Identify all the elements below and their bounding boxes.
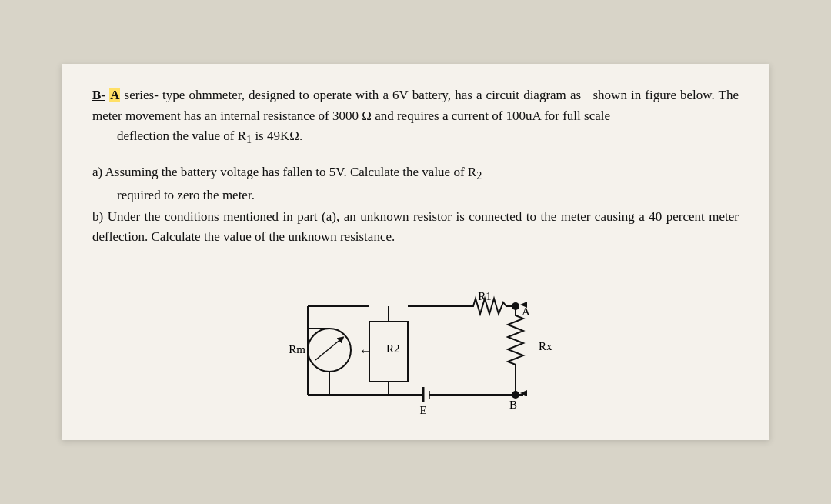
part-b: b) Under the conditions mentioned in par… — [92, 207, 739, 248]
r2-arrow: ← — [359, 343, 372, 359]
rm-label: Rm — [289, 343, 305, 355]
label-b: B- — [92, 88, 105, 102]
e-label: E — [419, 404, 426, 416]
part-a-label: a) Assuming the battery voltage has fall… — [92, 165, 482, 179]
label-a: A — [109, 88, 120, 102]
point-b-dot — [512, 391, 519, 399]
part-a-indent: required to zero the meter. — [117, 185, 739, 205]
rm-arrow — [315, 339, 342, 360]
a-label: A — [522, 305, 530, 318]
intro-text: series- type ohmmeter, designed to opera… — [92, 88, 739, 122]
circuit-diagram: E Rm R2 ← R1 — [92, 260, 739, 422]
problem-text: B- A series- type ohmmeter, designed to … — [92, 85, 739, 149]
circuit-svg: E Rm R2 ← R1 — [246, 260, 585, 422]
r1-zigzag — [469, 299, 516, 314]
b-label: B — [509, 399, 517, 411]
rm-circle — [308, 329, 351, 372]
page: B- A series- type ohmmeter, designed to … — [62, 64, 769, 439]
r2-label: R2 — [386, 342, 400, 355]
rx-zigzag — [508, 306, 523, 395]
deflection-text: deflection the value of R1 is 49KΩ. — [117, 126, 739, 149]
rx-label: Rx — [539, 340, 552, 352]
part-a: a) Assuming the battery voltage has fall… — [92, 162, 739, 205]
